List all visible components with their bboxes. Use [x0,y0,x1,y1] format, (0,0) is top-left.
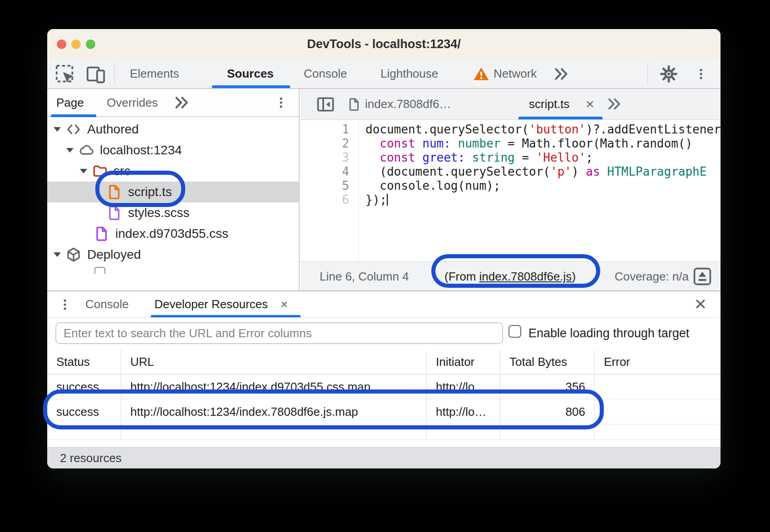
caret-down-icon[interactable] [54,252,61,257]
editor-tab-script[interactable]: script.ts [529,89,570,119]
table-cell[interactable]: 806 [500,399,595,424]
tree-item-authored[interactable]: Authored [47,119,299,140]
code-token [451,137,458,150]
line-column-indicator: Line 6, Column 4 [320,262,409,291]
partial-icon [94,267,105,274]
table-cell[interactable] [595,374,721,399]
editor-status-bar: Line 6, Column 4 (From index.7808df6e.js… [301,261,721,291]
drawer-panel: Console Developer Resources × ✕ Enable l… [47,291,721,468]
table-cell [121,424,427,439]
resources-table: StatusURLInitiatorTotal BytesErrorsucces… [47,350,721,440]
tree-item-label: index.d9703d55.css [115,227,228,241]
table-cell[interactable]: success [47,399,121,424]
search-input[interactable] [55,322,503,344]
more-tabs-icon[interactable] [173,94,191,111]
caret-down-icon[interactable] [66,148,74,153]
code-token [600,165,607,178]
caret-down-icon[interactable] [54,127,61,132]
code-token: 'p' [550,165,572,178]
empty-table-row [47,424,721,440]
hide-navigator-icon[interactable] [316,95,336,114]
editor-tab-strip: index.7808df6… script.ts × [301,89,721,120]
line-number: 6 [301,193,349,207]
table-cell [595,424,721,439]
tree-item-styles-scss[interactable]: styles.scss [47,202,299,223]
code-line: (document.querySelector('p') as HTMLPara… [365,165,721,179]
code-token: }); [365,193,387,207]
code-token: (document.querySelector( [365,165,550,178]
enable-loading-checkbox[interactable] [508,325,521,338]
kebab-menu-icon[interactable] [694,65,708,83]
window-title: DevTools - localhost:1234/ [47,29,721,59]
table-cell[interactable]: success [47,374,121,399]
column-header-status[interactable]: Status [47,350,121,374]
table-cell[interactable]: http://localhost:1234/index.7808df6e.js.… [121,399,427,424]
code-token [465,151,472,164]
code-token: console.log(num); [365,179,500,192]
mapped-file-link[interactable]: index.7808df6e.js [479,270,572,283]
tab-network[interactable]: Network [494,59,537,88]
close-tab-icon[interactable]: × [586,89,594,119]
tree-item-index-d9703d55-css[interactable]: index.d9703d55.css [47,223,299,244]
tree-item-label: localhost:1234 [100,143,182,158]
more-tabs-icon[interactable] [552,65,570,83]
from-suffix: ) [572,270,576,283]
editor-tab-index[interactable]: index.7808df6… [365,89,451,119]
enable-loading-label[interactable]: Enable loading through target [528,318,689,348]
screenshot-stage: DevTools - localhost:1234/ Elements Sour… [0,0,770,532]
column-header-url[interactable]: URL [121,350,427,374]
tree-item-partial[interactable] [47,265,299,286]
tree-item-label: src [114,164,130,178]
caret-down-icon[interactable] [80,169,87,173]
table-cell[interactable]: http://lo… [427,399,500,424]
table-cell[interactable]: http://localhost:1234/index.d9703d55.css… [121,374,427,399]
table-cell[interactable]: http://lo… [427,374,500,399]
close-tab-icon[interactable]: × [281,291,288,317]
table-row[interactable]: successhttp://localhost:1234/index.d9703… [47,374,721,399]
tree-item-localhost-1234[interactable]: localhost:1234 [47,140,299,161]
tab-console[interactable]: Console [304,59,347,88]
code-token: )?.addEventListener( [586,123,721,136]
drawer-tab-strip: Console Developer Resources × ✕ [47,291,721,318]
tab-sources[interactable]: Sources [227,59,274,88]
code-editor[interactable]: 123456 document.querySelector('button')?… [301,120,721,261]
tree-item-script-ts[interactable]: script.ts [47,182,299,202]
tree-item-src[interactable]: src [47,161,299,182]
tab-page[interactable]: Page [56,89,84,116]
column-header-initiator[interactable]: Initiator [427,350,500,374]
text-cursor [387,194,388,206]
close-drawer-icon[interactable]: ✕ [694,291,707,317]
kebab-menu-icon[interactable] [58,296,72,314]
column-header-total-bytes[interactable]: Total Bytes [500,350,595,374]
warning-icon [473,66,489,82]
line-number-gutter: 123456 [301,120,359,261]
eject-drawer-icon[interactable] [692,267,712,286]
code-line: document.querySelector('button')?.addEve… [365,123,721,137]
code-token [415,151,423,164]
table-cell[interactable]: 356 [500,374,595,399]
code-line: const num: number = Math.floor(Math.rand… [365,137,721,151]
tab-elements[interactable]: Elements [130,59,179,88]
device-toolbar-icon[interactable] [85,64,106,84]
line-number: 4 [301,165,349,179]
gear-icon[interactable] [658,64,679,84]
tree-item-deployed[interactable]: Deployed [47,244,299,265]
editor-pane: index.7808df6… script.ts × 123456 docume… [301,89,721,291]
drawer-tab-developer-resources[interactable]: Developer Resources [154,291,268,317]
tab-overrides[interactable]: Overrides [107,89,158,116]
code-brackets-icon [65,121,82,138]
table-row[interactable]: successhttp://localhost:1234/index.7808d… [47,399,721,424]
inspect-element-icon[interactable] [54,64,75,84]
code-token: document.querySelector( [365,123,529,136]
tab-lighthouse[interactable]: Lighthouse [380,59,438,88]
kebab-menu-icon[interactable] [274,94,288,112]
column-header-error[interactable]: Error [595,350,721,374]
code-token: HTMLParagraphE [607,165,706,178]
page-tab-underline [51,114,96,117]
file-icon [347,97,361,112]
more-tabs-icon[interactable] [606,96,623,112]
drawer-tab-console[interactable]: Console [85,291,128,317]
developer-resources-underline [151,315,301,317]
table-cell[interactable] [595,399,721,424]
code-token: num: [422,137,451,150]
